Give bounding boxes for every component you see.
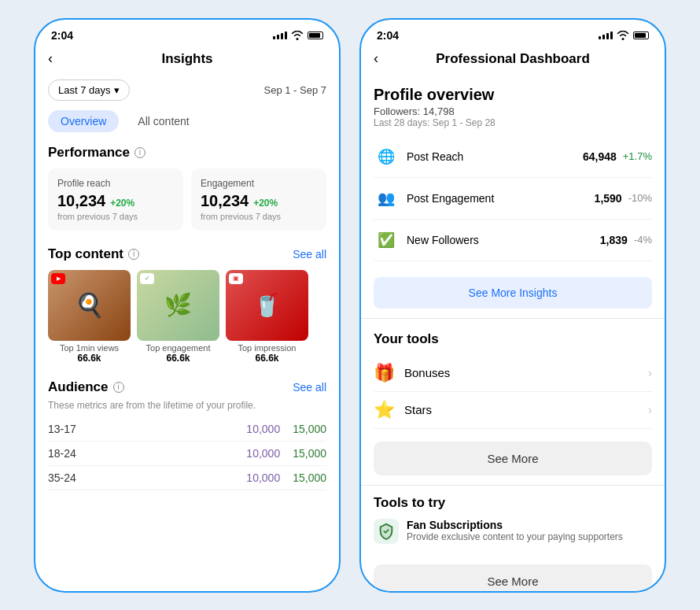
content-thumb-1: ▶ 🍳: [48, 270, 131, 341]
age-val2-2: 15,000: [293, 447, 326, 460]
your-tools-section: Your tools 🎁 Bonuses › ⭐ Stars ›: [361, 322, 665, 432]
content-thumb-2: ✓ 🌿: [137, 270, 219, 341]
status-bar-right: 2:04: [361, 20, 665, 45]
stat-post-reach: 🌐 Post Reach 64,948 +1.7%: [374, 136, 652, 178]
divider-2: [361, 485, 665, 486]
metric-profile-reach-value: 10,234: [57, 192, 105, 210]
tool-bonuses[interactable]: 🎁 Bonuses ›: [374, 355, 652, 392]
age-val1-3: 10,000: [246, 471, 280, 484]
status-icons-right: [599, 31, 649, 40]
filter-row: Last 7 days ▾ Sep 1 - Sep 7: [35, 76, 339, 110]
audience-info-icon[interactable]: i: [113, 382, 124, 393]
content-item-2[interactable]: ✓ 🌿 Top engagement 66.6k: [137, 270, 219, 364]
status-icons-left: [273, 31, 323, 40]
your-tools-title: Your tools: [374, 331, 652, 347]
see-more-button[interactable]: See More: [374, 442, 652, 475]
metric-engagement-label: Engagement: [201, 178, 317, 189]
divider-1: [361, 318, 665, 319]
metric-engagement-sub: from previous 7 days: [201, 212, 317, 221]
age-row-2: 18-24 10,000 15,000: [48, 442, 326, 466]
profile-overview-title: Profile overview: [374, 86, 652, 104]
wifi-icon-left: [291, 31, 304, 40]
age-val1-1: 10,000: [246, 423, 280, 435]
page-title-left: Insights: [161, 51, 212, 67]
audience-title: Audience: [48, 379, 109, 395]
see-more-insights-button[interactable]: See More Insights: [374, 277, 652, 309]
back-button-left[interactable]: ‹: [48, 50, 53, 67]
post-reach-name: Post Reach: [407, 150, 583, 163]
content-meta-1: Top 1min views: [48, 343, 131, 353]
left-phone: 2:04 ‹: [34, 18, 341, 593]
content-stat-1: 66.6k: [48, 353, 131, 364]
audience-desc: These metrics are from the lifetime of y…: [48, 400, 326, 411]
new-followers-value: 1,839: [600, 234, 628, 246]
nav-header-left: ‹ Insights: [35, 45, 339, 76]
post-engagement-value: 1,590: [595, 192, 622, 205]
back-button-right[interactable]: ‹: [374, 50, 378, 67]
performance-title: Performance: [48, 145, 130, 161]
right-phone-content: ‹ Professional Dashboard Profile overvie…: [361, 45, 665, 591]
video-icon: ▶: [51, 273, 65, 284]
metric-engagement-value-row: 10,234 +20%: [201, 192, 317, 210]
new-followers-change: -4%: [634, 234, 652, 246]
right-phone: 2:04 ‹: [359, 18, 666, 593]
age-val2-3: 15,000: [293, 471, 326, 484]
age-range-2: 18-24: [48, 447, 76, 460]
tab-overview[interactable]: Overview: [48, 110, 119, 132]
metric-engagement-change: +20%: [253, 198, 278, 209]
post-engagement-icon: 👥: [374, 186, 399, 211]
filter-dropdown[interactable]: Last 7 days ▾: [48, 79, 130, 101]
age-vals-3: 10,000 15,000: [246, 471, 326, 484]
content-stat-2: 66.6k: [137, 353, 219, 364]
audience-header: Audience i See all: [48, 376, 326, 400]
age-row-3: 35-24 10,000 15,000: [48, 466, 326, 490]
age-vals-1: 10,000 15,000: [246, 423, 326, 435]
battery-icon-left: [308, 31, 323, 39]
metrics-row: Profile reach 10,234 +20% from previous …: [35, 168, 339, 243]
fan-subscriptions-row[interactable]: Fan Subscriptions Provide exclusive cont…: [374, 519, 652, 552]
age-val1-2: 10,000: [246, 447, 280, 460]
status-bar-left: 2:04: [35, 20, 339, 45]
performance-info-icon[interactable]: i: [134, 147, 146, 158]
content-meta-3: Top impression: [226, 343, 308, 353]
stars-icon: ⭐: [374, 400, 395, 420]
followers-count: Followers: 14,798: [374, 105, 652, 117]
top-content-header: Top content i See all: [35, 243, 339, 270]
post-reach-value: 64,948: [583, 150, 617, 163]
post-engagement-name: Post Engagement: [407, 192, 595, 205]
content-stat-3: 66.6k: [226, 353, 308, 364]
signal-icon-right: [599, 31, 613, 39]
filter-label: Last 7 days: [58, 84, 111, 96]
age-range-3: 35-24: [48, 471, 76, 484]
post-engagement-change: -10%: [628, 192, 652, 204]
wifi-icon-right: [617, 31, 629, 40]
fan-subscriptions-title: Fan Subscriptions: [407, 519, 623, 531]
content-item-3[interactable]: ▣ 🥤 Top impression 66.6k: [226, 270, 308, 364]
tool-stars[interactable]: ⭐ Stars ›: [374, 392, 652, 429]
tab-all-content-label: All content: [138, 115, 189, 128]
bonuses-label: Bonuses: [404, 366, 450, 379]
check-icon: ✓: [140, 273, 154, 284]
audience-see-all[interactable]: See all: [293, 381, 326, 394]
see-all-button[interactable]: See all: [293, 248, 326, 261]
profile-dates: Last 28 days: Sep 1 - Sep 28: [374, 117, 652, 128]
tools-to-try-section: Tools to try Fan Subscriptions Provide e…: [361, 489, 665, 555]
date-range-label: Sep 1 - Sep 7: [264, 84, 327, 96]
see-more-bottom-button[interactable]: See More: [374, 564, 652, 591]
post-reach-icon: 🌐: [374, 144, 399, 169]
post-reach-change: +1.7%: [623, 150, 652, 162]
top-content-images: ▶ 🍳 Top 1min views 66.6k ✓ 🌿: [35, 270, 339, 370]
tab-all-content[interactable]: All content: [125, 110, 201, 132]
filter-arrow-icon: ▾: [114, 84, 120, 96]
content-item-1[interactable]: ▶ 🍳 Top 1min views 66.6k: [48, 270, 131, 364]
reel-icon: ▣: [229, 273, 243, 284]
profile-overview: Profile overview Followers: 14,798 Last …: [361, 76, 665, 268]
age-range-1: 13-17: [48, 423, 76, 435]
tab-overview-label: Overview: [61, 115, 106, 128]
metric-engagement-value: 10,234: [201, 192, 249, 210]
metric-profile-reach: Profile reach 10,234 +20% from previous …: [48, 168, 183, 231]
time-right: 2:04: [377, 29, 399, 42]
page-title-right: Professional Dashboard: [436, 51, 590, 67]
top-content-info-icon[interactable]: i: [128, 249, 139, 260]
fan-subscriptions-icon: [374, 519, 399, 544]
